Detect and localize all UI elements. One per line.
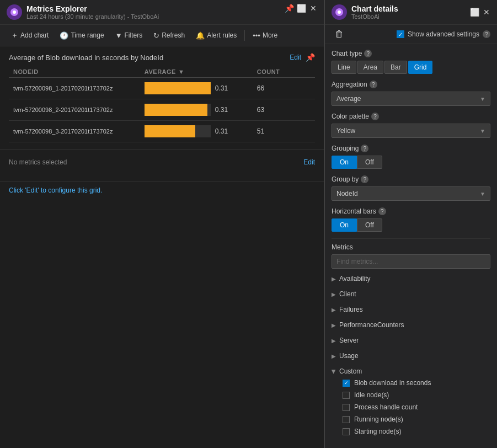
group-name: Server bbox=[339, 337, 359, 344]
aggregation-dropdown-arrow: ▼ bbox=[480, 96, 485, 102]
chevron-icon: ▶ bbox=[332, 307, 336, 313]
alert-rules-label: Alert rules bbox=[207, 31, 237, 39]
bar-fill bbox=[145, 125, 195, 137]
filters-label: Filters bbox=[125, 31, 143, 39]
chart1-section: Average of Blob download in seconds by N… bbox=[0, 46, 324, 150]
time-range-button[interactable]: 🕐 Time range bbox=[55, 29, 108, 42]
color-palette-dropdown[interactable]: Yellow ▼ bbox=[332, 124, 490, 138]
grouping-help-icon: ? bbox=[361, 145, 368, 152]
group-by-section-label: Group by ? bbox=[332, 175, 490, 183]
grouping-off-btn[interactable]: Off bbox=[357, 156, 382, 169]
more-button[interactable]: ••• More bbox=[248, 29, 282, 42]
close-button[interactable]: ✕ bbox=[309, 4, 317, 12]
bar-container bbox=[145, 125, 211, 137]
delete-button[interactable]: 🗑 bbox=[332, 28, 347, 40]
time-range-label: Time range bbox=[71, 31, 104, 39]
cell-count: 66 bbox=[253, 78, 315, 99]
right-close-button[interactable]: ✕ bbox=[483, 8, 490, 16]
metrics-section-label: Metrics bbox=[332, 243, 490, 251]
aggregation-section-label: Aggregation ? bbox=[332, 81, 490, 88]
metrics-group-header[interactable]: ▶Failures bbox=[332, 304, 490, 315]
metrics-group: ▶CustomBlob download in secondsIdle node… bbox=[332, 364, 490, 440]
chart1-pin-icon[interactable]: 📌 bbox=[306, 53, 315, 62]
sort-icon[interactable]: ▼ bbox=[178, 68, 184, 75]
bar-fill bbox=[145, 82, 211, 94]
group-name: Custom bbox=[339, 367, 362, 375]
chevron-icon: ▶ bbox=[332, 322, 336, 328]
metrics-item-checkbox-checked[interactable] bbox=[343, 380, 350, 387]
chart1-header: Average of Blob download in seconds by N… bbox=[9, 53, 315, 62]
metrics-item[interactable]: Blob download in seconds bbox=[343, 377, 490, 389]
table-header-row: NODEID AVERAGE ▼ COUNT bbox=[9, 66, 315, 78]
bell-icon: 🔔 bbox=[196, 31, 205, 40]
chevron-expanded-icon: ▶ bbox=[331, 369, 337, 374]
chart-type-bar-btn[interactable]: Bar bbox=[384, 61, 407, 74]
metrics-group-header[interactable]: ▶Availability bbox=[332, 273, 490, 284]
metrics-group-header[interactable]: ▶Custom bbox=[332, 366, 490, 377]
metrics-item-checkbox-empty[interactable] bbox=[343, 392, 350, 399]
chevron-icon: ▶ bbox=[332, 276, 336, 282]
right-header: Chart details TestOboAi ⬜ ✕ bbox=[325, 0, 497, 25]
metrics-item[interactable]: Running node(s) bbox=[343, 413, 490, 425]
app-icon-inner bbox=[10, 8, 18, 16]
chevron-icon: ▶ bbox=[332, 338, 336, 344]
cell-count: 51 bbox=[253, 121, 315, 142]
filters-button[interactable]: ▼ Filters bbox=[111, 29, 147, 42]
alert-rules-button[interactable]: 🔔 Alert rules bbox=[191, 29, 241, 42]
th-nodeid: NODEID bbox=[9, 66, 140, 78]
metrics-item-checkbox-empty[interactable] bbox=[343, 416, 350, 423]
count-value: 51 bbox=[257, 127, 264, 135]
cell-average: 0.31 bbox=[140, 99, 253, 121]
toolbar: ＋ Add chart 🕐 Time range ▼ Filters ↻ Ref… bbox=[0, 25, 324, 46]
pin-button[interactable]: 📌 bbox=[285, 4, 293, 12]
metrics-group-items: Blob download in secondsIdle node(s)Proc… bbox=[332, 377, 490, 438]
metrics-item-checkbox-empty[interactable] bbox=[343, 428, 350, 435]
metrics-item-checkbox-empty[interactable] bbox=[343, 404, 350, 411]
grouping-on-btn[interactable]: On bbox=[332, 156, 357, 169]
horizontal-bars-help-icon: ? bbox=[378, 207, 386, 215]
chart1-edit-link[interactable]: Edit bbox=[290, 54, 301, 61]
chart-type-grid-btn[interactable]: Grid bbox=[408, 61, 433, 74]
cell-count: 63 bbox=[253, 99, 315, 121]
group-name: Usage bbox=[339, 352, 359, 360]
metrics-item-name: Starting node(s) bbox=[354, 428, 401, 435]
advanced-settings-label[interactable]: Show advanced settings ? bbox=[397, 30, 490, 38]
group-name: Client bbox=[339, 290, 356, 298]
group-by-dropdown[interactable]: NodeId ▼ bbox=[332, 186, 490, 201]
add-chart-button[interactable]: ＋ Add chart bbox=[7, 28, 53, 42]
horizontal-bars-section-label: Horizontal bars ? bbox=[332, 207, 490, 215]
cell-average: 0.31 bbox=[140, 78, 253, 99]
chart-type-line-btn[interactable]: Line bbox=[332, 61, 356, 74]
horizontal-bars-off-btn[interactable]: Off bbox=[357, 218, 382, 232]
no-metrics-text: No metrics selected bbox=[9, 158, 67, 166]
right-restore-button[interactable]: ⬜ bbox=[471, 8, 478, 16]
no-metrics-header: No metrics selected Edit bbox=[9, 158, 315, 166]
restore-button[interactable]: ⬜ bbox=[297, 4, 305, 12]
metrics-group-header[interactable]: ▶Client bbox=[332, 289, 490, 300]
refresh-button[interactable]: ↻ Refresh bbox=[149, 29, 189, 42]
right-toolbar: 🗑 Show advanced settings ? bbox=[325, 25, 497, 44]
chart-type-area-btn[interactable]: Area bbox=[357, 61, 383, 74]
right-app-icon-inner bbox=[335, 8, 343, 16]
grouping-toggle-group: On Off bbox=[332, 156, 490, 169]
aggregation-dropdown[interactable]: Average ▼ bbox=[332, 92, 490, 106]
chevron-icon: ▶ bbox=[332, 291, 336, 297]
metrics-search-input[interactable] bbox=[332, 254, 490, 269]
metrics-item-name: Running node(s) bbox=[354, 415, 403, 423]
chart2-edit-link[interactable]: Edit bbox=[303, 158, 315, 166]
metrics-item[interactable]: Idle node(s) bbox=[343, 389, 490, 401]
horizontal-bars-on-btn[interactable]: On bbox=[332, 218, 357, 232]
advanced-settings-checkbox[interactable] bbox=[397, 30, 404, 38]
right-panel: Chart details TestOboAi ⬜ ✕ 🗑 Show advan… bbox=[324, 0, 497, 448]
chevron-icon: ▶ bbox=[332, 353, 336, 359]
metrics-item[interactable]: Process handle count bbox=[343, 401, 490, 413]
metrics-tree: ▶Availability▶Client▶Failures▶Performanc… bbox=[332, 271, 490, 440]
app-subtitle: Last 24 hours (30 minute granularity) - … bbox=[26, 13, 159, 20]
metrics-item-name: Idle node(s) bbox=[354, 391, 389, 399]
metrics-item[interactable]: Starting node(s) bbox=[343, 425, 490, 438]
metrics-group-header[interactable]: ▶PerformanceCounters bbox=[332, 319, 490, 330]
metrics-group-header[interactable]: ▶Usage bbox=[332, 350, 490, 361]
table-row: tvm-57200098_1-20170201t173702z 0.31 66 bbox=[9, 78, 315, 99]
aggregation-value: Average bbox=[336, 95, 361, 103]
metrics-group-header[interactable]: ▶Server bbox=[332, 335, 490, 346]
